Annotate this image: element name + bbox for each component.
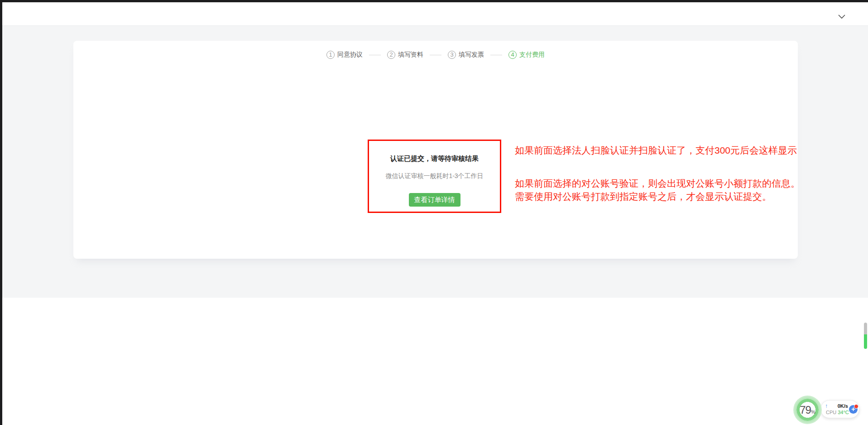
gauge-percent-value: 79	[800, 404, 811, 416]
edge-scroll-indicator[interactable]	[864, 323, 867, 349]
step-2-label: 填写资料	[398, 51, 423, 59]
step-connector	[369, 55, 381, 55]
edge-indicator-green	[864, 334, 867, 349]
stepper: 1 同意协议 2 填写资料 3 填写发票 4 支付费用	[73, 51, 798, 59]
annotation-bank-transfer-line2: 需要使用对公账号打款到指定账号之后，才会显示认证提交。	[515, 190, 800, 203]
step-2-circle: 2	[387, 51, 395, 59]
step-connector	[490, 55, 502, 55]
step-4-circle: 4	[508, 51, 517, 59]
cpu-temperature: 34°C	[838, 410, 849, 415]
step-connector	[430, 55, 441, 55]
step-invoice: 3 填写发票	[448, 51, 484, 59]
memory-gauge-ball[interactable]: 79 %	[793, 396, 822, 424]
plus-icon[interactable]: +	[849, 405, 858, 414]
notification-dot	[854, 404, 858, 409]
step-agree: 1 同意协议	[326, 51, 363, 59]
submission-result-box: 认证已提交，请等待审核结果 微信认证审核一般耗时1-3个工作日 查看订单详情	[368, 140, 501, 213]
step-1-circle: 1	[326, 51, 335, 59]
upload-arrow-icon: ↑	[825, 403, 828, 409]
cpu-row: CPU 34°C	[826, 409, 848, 415]
result-subtitle: 微信认证审核一般耗时1-3个工作日	[385, 172, 483, 180]
cpu-label: CPU	[826, 410, 836, 415]
gauge-percent-unit: %	[811, 409, 815, 415]
annotation-bank-transfer: 如果前面选择的对公账号验证，则会出现对公账号小额打款的信息。 需要使用对公账号打…	[515, 177, 800, 203]
step-1-label: 同意协议	[337, 51, 363, 59]
step-3-circle: 3	[448, 51, 456, 59]
annotation-scan-face: 如果前面选择法人扫脸认证并扫脸认证了，支付300元后会这样显示	[515, 145, 797, 155]
edge-indicator-gray	[864, 323, 867, 334]
view-order-button[interactable]: 查看订单详情	[409, 193, 460, 207]
topbar	[2, 2, 868, 26]
workspace: 1 同意协议 2 填写资料 3 填写发票 4 支付费用	[2, 26, 868, 298]
annotation-bank-transfer-line1: 如果前面选择的对公账号验证，则会出现对公账号小额打款的信息。	[515, 177, 800, 190]
result-title: 认证已提交，请等待审核结果	[390, 155, 479, 163]
upload-speed: 0K/s	[838, 403, 848, 409]
step-payment: 4 支付费用	[508, 51, 545, 59]
network-row: ↑ 0K/s	[825, 403, 848, 409]
system-monitor-panel[interactable]: ↑ 0K/s CPU 34°C +	[820, 400, 859, 418]
step-4-label: 支付费用	[519, 51, 545, 59]
step-3-label: 填写发票	[459, 51, 484, 59]
chevron-down-icon[interactable]	[838, 13, 845, 17]
step-fill-info: 2 填写资料	[387, 51, 423, 59]
screen: 1 同意协议 2 填写资料 3 填写发票 4 支付费用	[0, 0, 868, 425]
